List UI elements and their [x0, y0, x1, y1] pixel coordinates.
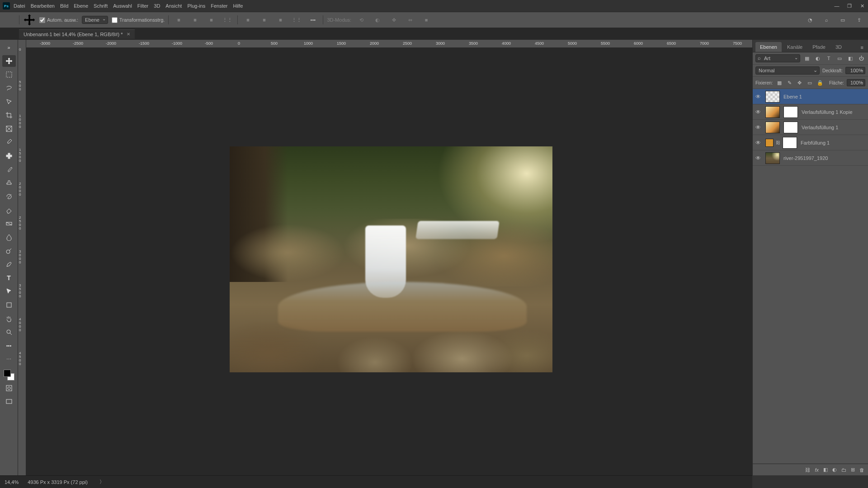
marquee-tool[interactable]: [2, 69, 16, 80]
layer-name[interactable]: Farbfüllung 1: [799, 140, 865, 145]
foreground-color[interactable]: [4, 370, 11, 377]
move-tool[interactable]: [2, 55, 16, 67]
menu-filter[interactable]: Filter: [137, 3, 148, 9]
visibility-icon[interactable]: 👁: [753, 109, 764, 115]
layer-name[interactable]: Verlaufsfüllung 1 Kopie: [800, 109, 865, 115]
tab-3d[interactable]: 3D: [831, 42, 846, 52]
panel-menu-icon[interactable]: ≡: [859, 43, 865, 52]
zoom-tool[interactable]: [2, 326, 16, 338]
fill-input[interactable]: 100%: [847, 79, 865, 86]
visibility-icon[interactable]: 👁: [753, 94, 764, 100]
distribute-h-icon[interactable]: ⋮⋮: [221, 14, 234, 26]
menu-auswahl[interactable]: Auswahl: [113, 3, 132, 9]
close-tab-icon[interactable]: ✕: [127, 32, 130, 37]
brush-tool[interactable]: [2, 164, 16, 175]
menu-ansicht[interactable]: Ansicht: [165, 3, 182, 9]
hand-tool[interactable]: [2, 313, 16, 324]
visibility-icon[interactable]: 👁: [753, 124, 764, 131]
maximize-button[interactable]: ❐: [846, 3, 853, 9]
tab-pfade[interactable]: Pfade: [808, 42, 830, 52]
layer-thumbnail[interactable]: [765, 122, 780, 133]
layer-row[interactable]: 👁⛓Farbfüllung 1: [753, 135, 868, 150]
align-center-h-icon[interactable]: ≡: [189, 14, 201, 26]
lock-position-icon[interactable]: ✥: [796, 79, 803, 87]
layer-thumbnail[interactable]: [765, 152, 780, 164]
layer-row[interactable]: 👁Verlaufsfüllung 1: [753, 120, 868, 135]
vertical-ruler[interactable]: 050010001500200025003000350040004500: [18, 40, 26, 475]
lock-pixels-icon[interactable]: ✎: [786, 79, 793, 87]
document-info[interactable]: 4936 Px x 3319 Px (72 ppi): [28, 479, 88, 485]
frame-tool[interactable]: [2, 123, 16, 135]
close-button[interactable]: ✕: [859, 3, 865, 9]
shape-tool[interactable]: [2, 299, 16, 311]
menu-3d[interactable]: 3D: [154, 3, 160, 9]
layer-thumbnail[interactable]: [765, 139, 774, 147]
collapse-tools-icon[interactable]: »: [2, 42, 16, 53]
tab-kanaele[interactable]: Kanäle: [783, 42, 807, 52]
horizontal-ruler[interactable]: -3000-2500-2000-1500-1000-50005001000150…: [26, 40, 752, 48]
edit-toolbar-icon[interactable]: ⋯: [2, 353, 16, 365]
blend-mode-select[interactable]: Normal: [755, 66, 820, 75]
canvas[interactable]: [26, 48, 752, 475]
filter-type-icon[interactable]: T: [825, 54, 833, 62]
layer-group-icon[interactable]: 🗀: [841, 467, 846, 473]
search-icon[interactable]: ⌕: [820, 14, 833, 26]
lasso-tool[interactable]: [2, 82, 16, 94]
menu-plug-ins[interactable]: Plug-ins: [187, 3, 205, 9]
document-tab[interactable]: Unbenannt-1 bei 14,4% (Ebene 1, RGB/8#) …: [19, 29, 135, 39]
share-icon[interactable]: ⇪: [853, 14, 865, 26]
opacity-input[interactable]: 100%: [845, 67, 865, 74]
layer-row[interactable]: 👁Ebene 1: [753, 89, 868, 104]
crop-tool[interactable]: [2, 109, 16, 121]
stamp-tool[interactable]: [2, 177, 16, 189]
layer-row[interactable]: 👁Verlaufsfüllung 1 Kopie: [753, 104, 868, 120]
align-center-v-icon[interactable]: ≡: [258, 14, 270, 26]
transform-controls-checkbox[interactable]: Transformationsstrg.: [112, 17, 165, 23]
lock-artboard-icon[interactable]: ▭: [806, 79, 814, 87]
layer-mask-thumbnail[interactable]: [783, 137, 797, 149]
visibility-icon[interactable]: 👁: [753, 155, 764, 161]
layer-mask-icon[interactable]: ◧: [823, 467, 828, 473]
more-tools-icon[interactable]: •••: [2, 340, 16, 352]
adjustment-layer-icon[interactable]: ◐: [832, 467, 837, 473]
layer-mask-thumbnail[interactable]: [783, 106, 798, 118]
align-right-icon[interactable]: ≡: [205, 14, 217, 26]
filter-adjust-icon[interactable]: ◐: [814, 54, 822, 62]
history-brush-tool[interactable]: [2, 191, 16, 202]
filter-pixel-icon[interactable]: ▦: [803, 54, 811, 62]
layer-thumbnail[interactable]: [765, 91, 780, 103]
document-image[interactable]: [230, 146, 552, 372]
new-layer-icon[interactable]: ⊞: [851, 467, 855, 473]
layer-name[interactable]: Ebene 1: [782, 94, 865, 99]
blur-tool[interactable]: [2, 231, 16, 243]
cloud-docs-icon[interactable]: ◔: [804, 14, 816, 26]
menu-bild[interactable]: Bild: [60, 3, 68, 9]
layer-name[interactable]: Verlaufsfüllung 1: [800, 125, 865, 130]
tab-ebenen[interactable]: Ebenen: [755, 42, 782, 52]
auto-select-target[interactable]: Ebene: [82, 16, 108, 24]
filter-smart-icon[interactable]: ◧: [846, 54, 854, 62]
align-left-icon[interactable]: ≡: [172, 14, 185, 26]
layer-mask-thumbnail[interactable]: [783, 122, 798, 133]
heal-tool[interactable]: [2, 150, 16, 162]
minimize-button[interactable]: —: [834, 3, 840, 9]
menu-schrift[interactable]: Schrift: [94, 3, 108, 9]
layer-thumbnail[interactable]: [765, 106, 780, 118]
dodge-tool[interactable]: [2, 245, 16, 257]
quick-select-tool[interactable]: [2, 96, 16, 108]
align-bottom-icon[interactable]: ≡: [274, 14, 287, 26]
move-tool-icon[interactable]: [23, 14, 36, 26]
eraser-tool[interactable]: [2, 204, 16, 216]
layer-row[interactable]: 👁river-2951997_1920: [753, 150, 868, 166]
menu-fenster[interactable]: Fenster: [211, 3, 227, 9]
link-layers-icon[interactable]: ⛓: [805, 467, 810, 473]
menu-hilfe[interactable]: Hilfe: [233, 3, 243, 9]
path-select-tool[interactable]: [2, 286, 16, 297]
visibility-icon[interactable]: 👁: [753, 140, 764, 146]
pen-tool[interactable]: [2, 258, 16, 270]
lock-all-icon[interactable]: 🔒: [816, 79, 824, 87]
eyedropper-tool[interactable]: [2, 136, 16, 148]
layer-filter-select[interactable]: Art: [755, 54, 800, 62]
home-button[interactable]: [3, 14, 15, 26]
status-menu-icon[interactable]: 〉: [99, 479, 104, 485]
